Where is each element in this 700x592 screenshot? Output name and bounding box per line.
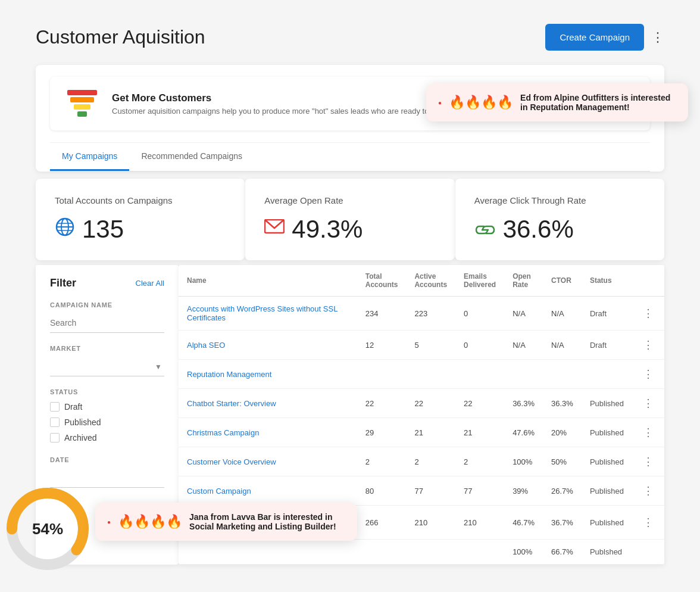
cell-active-accounts: 5 — [406, 331, 455, 360]
cell-active-accounts — [406, 540, 455, 565]
cell-emails-delivered: 21 — [455, 418, 504, 447]
cell-open-rate: 39% — [504, 476, 543, 506]
cell-ctor: 36.3% — [543, 389, 582, 418]
cell-ctor: 20% — [543, 418, 582, 447]
cell-active-accounts: 210 — [406, 506, 455, 540]
draft-label: Draft — [64, 402, 82, 412]
campaign-name-link[interactable]: Reputation Management — [187, 370, 271, 379]
mail-icon — [264, 219, 285, 241]
archived-checkbox[interactable] — [50, 433, 60, 443]
campaign-name-link[interactable]: Custom Campaign — [187, 487, 251, 496]
campaign-name-link[interactable]: Customer Voice Overview — [187, 457, 276, 466]
col-actions — [632, 265, 664, 297]
status-options: Draft Published Archived — [50, 400, 164, 444]
row-more-button[interactable]: ⋮ — [640, 426, 656, 439]
status-option-published[interactable]: Published — [50, 416, 164, 429]
banner-text: Get More Customers Customer aquisition c… — [112, 92, 459, 116]
row-more-button[interactable]: ⋮ — [640, 516, 656, 529]
row-more-button[interactable]: ⋮ — [640, 484, 656, 497]
notification-dot-1: ● — [438, 99, 442, 106]
campaign-name-link[interactable]: Alpha SEO — [187, 341, 225, 350]
campaign-name-link[interactable]: Christmas Campaign — [187, 428, 259, 437]
cell-open-rate: N/A — [504, 331, 543, 360]
filter-header: Filter Clear All — [50, 277, 164, 289]
table-header-row: Name TotalAccounts ActiveAccounts Emails… — [179, 265, 664, 297]
notification-text-1: Ed from Alpine Outfitters is interested … — [520, 93, 676, 112]
table-row: Accounts with WordPress Sites without SS… — [179, 297, 664, 331]
cell-emails-delivered: 210 — [455, 506, 504, 540]
cell-ctor: 26.7% — [543, 476, 582, 506]
cell-active-accounts — [406, 360, 455, 389]
row-more-button[interactable]: ⋮ — [640, 307, 656, 320]
donut-percentage-label: 54% — [32, 520, 63, 538]
col-emails-delivered: EmailsDelivered — [455, 265, 504, 297]
status-badge: Published — [582, 447, 632, 476]
cell-emails-delivered — [455, 360, 504, 389]
cell-open-rate — [504, 360, 543, 389]
row-more-button[interactable]: ⋮ — [640, 367, 656, 381]
cell-total-accounts: 22 — [357, 389, 407, 418]
notification-dot-2: ● — [107, 519, 111, 525]
more-options-button[interactable]: ⋮ — [651, 30, 664, 45]
tab-my-campaigns[interactable]: My Campaigns — [50, 143, 129, 171]
draft-checkbox[interactable] — [50, 402, 60, 412]
cell-open-rate: 46.7% — [504, 506, 543, 540]
cell-emails-delivered: 77 — [455, 476, 504, 506]
svg-rect-2 — [74, 104, 90, 110]
cell-ctor: N/A — [543, 331, 582, 360]
row-more-button[interactable]: ⋮ — [640, 397, 656, 410]
fire-icon-1: 🔥🔥🔥🔥 — [449, 95, 513, 110]
tabs: My Campaigns Recommended Campaigns — [50, 143, 650, 172]
campaign-name-input[interactable] — [50, 313, 164, 333]
published-checkbox[interactable] — [50, 417, 60, 427]
cell-open-rate: 100% — [504, 447, 543, 476]
notification-popup-2: ● 🔥🔥🔥🔥 Jana from Lavva Bar is interested… — [95, 503, 357, 541]
row-more-button[interactable]: ⋮ — [640, 338, 656, 351]
status-badge: Draft — [582, 331, 632, 360]
archived-label: Archived — [64, 433, 96, 443]
cell-open-rate: 100% — [504, 540, 543, 565]
status-option-archived[interactable]: Archived — [50, 431, 164, 444]
fire-icon-2: 🔥🔥🔥🔥 — [118, 514, 182, 529]
cell-total-accounts: 12 — [357, 331, 407, 360]
cell-open-rate: N/A — [504, 297, 543, 331]
header-actions: Create Campaign ⋮ — [545, 24, 664, 51]
status-badge: Draft — [582, 297, 632, 331]
clear-all-button[interactable]: Clear All — [136, 279, 164, 288]
stat-open-label: Average Open Rate — [264, 195, 435, 205]
col-ctor: CTOR — [543, 265, 582, 297]
cell-total-accounts: 2 — [357, 447, 407, 476]
col-name: Name — [179, 265, 357, 297]
published-label: Published — [64, 417, 101, 427]
campaign-name-link[interactable]: Chatbot Starter: Overview — [187, 399, 276, 408]
status-badge: Published — [582, 418, 632, 447]
cell-emails-delivered: 2 — [455, 447, 504, 476]
link-icon — [474, 219, 496, 241]
stat-total-number: 135 — [82, 215, 124, 244]
market-select[interactable] — [50, 357, 164, 376]
status-badge: Published — [582, 506, 632, 540]
cell-ctor: 36.7% — [543, 506, 582, 540]
stats-row: Total Accounts on Campaigns 135 — [36, 179, 664, 260]
market-label: MARKET — [50, 345, 164, 352]
cell-active-accounts: 22 — [406, 389, 455, 418]
cell-open-rate: 47.6% — [504, 418, 543, 447]
tab-recommended-campaigns[interactable]: Recommended Campaigns — [129, 143, 254, 171]
row-more-button[interactable]: ⋮ — [640, 455, 656, 468]
filter-campaign-name: CAMPAIGN NAME — [50, 301, 164, 333]
cell-emails-delivered: 22 — [455, 389, 504, 418]
status-badge — [582, 360, 632, 389]
table-row: 100%66.7%Publshed — [179, 540, 664, 565]
donut-chart: 54% — [0, 481, 95, 577]
table-row: Reputation Management⋮ — [179, 360, 664, 389]
globe-icon — [55, 217, 75, 242]
stat-total-value: 135 — [55, 215, 226, 244]
campaign-name-link[interactable]: Accounts with WordPress Sites without SS… — [187, 304, 338, 322]
create-campaign-button[interactable]: Create Campaign — [545, 24, 644, 51]
status-badge: Publshed — [582, 540, 632, 565]
cell-open-rate: 36.3% — [504, 389, 543, 418]
status-option-draft[interactable]: Draft — [50, 400, 164, 413]
status-badge: Published — [582, 476, 632, 506]
market-select-wrapper: ▼ — [50, 357, 164, 376]
col-total-accounts: TotalAccounts — [357, 265, 407, 297]
